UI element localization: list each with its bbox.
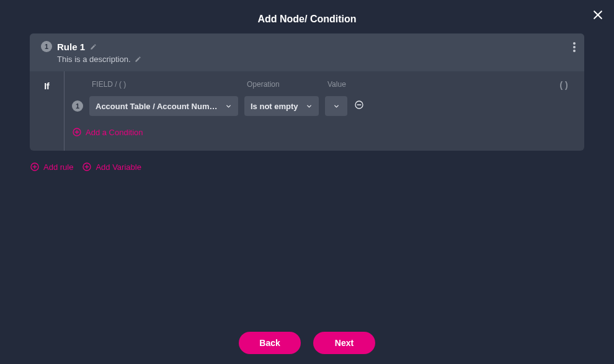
svg-point-4	[573, 50, 576, 52]
rule-more-button[interactable]	[573, 42, 576, 55]
rule-card: 1 Rule 1 This is a description. If	[30, 33, 584, 151]
next-button[interactable]: Next	[313, 332, 375, 354]
field-dropdown-label: Account Table / Account Numb...	[96, 102, 220, 111]
svg-point-2	[573, 42, 576, 45]
chevron-down-icon	[225, 103, 232, 110]
page-title: Add Node/ Condition	[0, 14, 614, 25]
condition-row: 1 Account Table / Account Numb... Is not…	[72, 96, 572, 116]
chevron-down-icon	[306, 103, 313, 110]
edit-description-icon[interactable]	[135, 56, 141, 63]
edit-title-icon[interactable]	[90, 43, 97, 50]
header-field: FIELD / ( )	[92, 80, 241, 90]
header-paren: ( )	[556, 80, 572, 90]
header-operation: Operation	[247, 80, 321, 90]
svg-point-3	[573, 46, 576, 48]
if-label: If	[30, 81, 64, 91]
close-icon	[592, 12, 604, 23]
plus-circle-icon	[72, 127, 82, 137]
condition-number-badge: 1	[72, 100, 83, 112]
add-variable-button[interactable]: Add Variable	[82, 162, 141, 172]
rule-number-badge: 1	[41, 41, 52, 52]
add-condition-label: Add a Condition	[86, 128, 143, 137]
operation-dropdown[interactable]: Is not empty	[244, 96, 319, 116]
chevron-down-icon	[333, 103, 340, 110]
add-variable-label: Add Variable	[96, 162, 141, 172]
plus-circle-icon	[30, 162, 40, 172]
value-dropdown[interactable]	[325, 96, 347, 116]
minus-circle-icon	[354, 100, 364, 112]
header-value: Value	[327, 80, 549, 90]
add-rule-button[interactable]: Add rule	[30, 162, 73, 172]
more-vertical-icon	[573, 43, 576, 54]
rule-title: Rule 1	[57, 42, 85, 52]
remove-condition-button[interactable]	[354, 100, 365, 112]
rule-description: This is a description.	[57, 55, 131, 64]
add-condition-button[interactable]: Add a Condition	[72, 127, 143, 137]
back-button[interactable]: Back	[239, 332, 301, 354]
close-button[interactable]	[592, 9, 604, 24]
operation-dropdown-label: Is not empty	[251, 102, 298, 111]
field-dropdown[interactable]: Account Table / Account Numb...	[89, 96, 238, 116]
add-rule-label: Add rule	[43, 162, 73, 172]
rule-header: 1 Rule 1 This is a description.	[30, 33, 584, 71]
plus-circle-icon	[82, 162, 92, 172]
